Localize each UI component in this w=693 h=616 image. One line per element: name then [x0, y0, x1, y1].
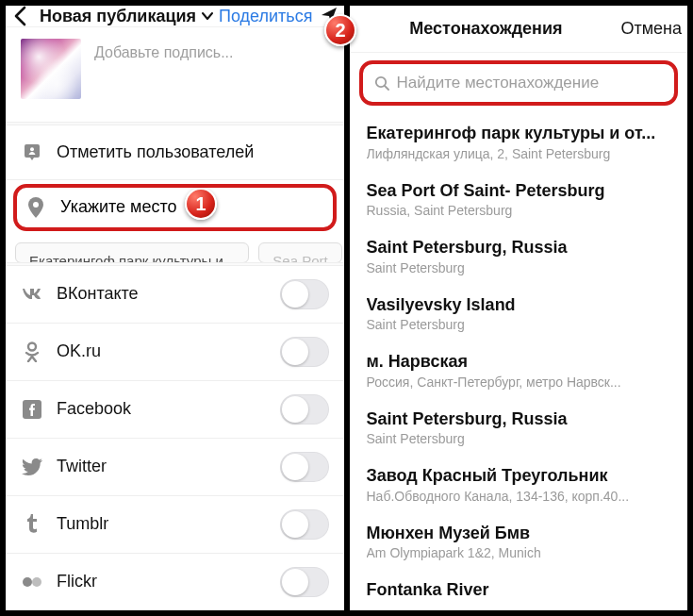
tag-people-label: Отметить пользователей — [57, 142, 329, 162]
location-item[interactable]: м. Нарвская Россия, Санкт-Петербург, мет… — [350, 341, 688, 399]
tumblr-icon — [21, 514, 43, 535]
search-placeholder: Найдите местонахождение — [397, 74, 600, 92]
social-label: OK.ru — [57, 341, 267, 361]
location-item[interactable]: Мюнхен Музей Бмв Am Olympiapark 1&2, Mun… — [350, 513, 688, 571]
right-phone: Местонахождения Отмена Найдите местонахо… — [350, 6, 688, 610]
toggle-tumblr[interactable] — [280, 509, 329, 540]
pin-icon — [25, 197, 47, 218]
social-row-flickr: Flickr — [6, 554, 344, 610]
left-header: Новая публикация Поделиться — [6, 6, 344, 27]
caption-input[interactable]: Добавьте подпись... — [94, 39, 234, 61]
location-name: Завод Красный Треугольник — [367, 465, 673, 487]
post-thumbnail[interactable] — [21, 39, 81, 99]
left-phone: Новая публикация Поделиться Добавьте под… — [6, 6, 344, 610]
tag-people-row[interactable]: Отметить пользователей — [6, 125, 344, 180]
location-suggestions: Екатерингоф парк культуры и... Sea Port — [6, 235, 344, 262]
header-title: Новая публикация — [40, 7, 196, 26]
location-chip[interactable]: Sea Port — [258, 242, 341, 262]
location-item[interactable]: Neva River — [350, 610, 688, 611]
right-header: Местонахождения Отмена — [350, 6, 688, 53]
social-label: Flickr — [57, 572, 267, 591]
twitter-icon — [21, 458, 43, 475]
location-sub: Россия, Санкт-Петербург, метро Нарвск... — [367, 375, 673, 390]
location-sub: Наб.Обводного Канала, 134-136, корп.40..… — [367, 489, 673, 504]
location-list[interactable]: Екатерингоф парк культуры и от... Лифлян… — [350, 113, 688, 610]
location-item[interactable]: Sea Port Of Saint- Petersburg Russia, Sa… — [350, 171, 688, 228]
toggle-flickr[interactable] — [280, 567, 329, 597]
location-item[interactable]: Екатерингоф парк культуры и от... Лифлян… — [350, 113, 688, 171]
location-item[interactable]: Fontanka River — [350, 570, 688, 610]
social-label: Tumblr — [57, 514, 267, 534]
social-label: Twitter — [57, 457, 267, 476]
svg-point-2 — [28, 342, 36, 350]
location-sub: Saint Petersburg — [367, 431, 673, 446]
person-tag-icon — [21, 142, 43, 161]
toggle-ok[interactable] — [280, 337, 329, 367]
location-item[interactable]: Saint Petersburg, Russia Saint Petersbur… — [350, 227, 688, 285]
location-sub: Лифляндская улица, 2, Saint Petersburg — [367, 146, 673, 161]
social-row-fb: Facebook — [6, 381, 344, 439]
toggle-fb[interactable] — [280, 394, 329, 425]
location-sub: Russia, Saint Petersburg — [367, 203, 673, 218]
cancel-button[interactable]: Отмена — [620, 19, 682, 39]
callout-badge-2: 2 — [324, 14, 356, 46]
location-sub: Saint Petersburg — [367, 260, 673, 275]
svg-point-4 — [23, 577, 32, 587]
ok-icon — [21, 341, 43, 362]
facebook-icon — [21, 400, 43, 419]
location-name: Мюнхен Музей Бмв — [367, 523, 673, 544]
social-share-list: ВКонтакте OK.ru Facebook — [6, 266, 344, 610]
location-sub: Am Olympiapark 1&2, Munich — [367, 545, 673, 560]
social-row-tumblr: Tumblr — [6, 496, 344, 554]
location-name: Екатерингоф парк культуры и от... — [367, 123, 673, 144]
location-sub: Saint Petersburg — [367, 317, 673, 332]
location-item[interactable]: Завод Красный Треугольник Наб.Обводного … — [350, 456, 688, 513]
location-chip[interactable]: Екатерингоф парк культуры и... — [15, 242, 249, 262]
location-name: Sea Port Of Saint- Petersburg — [367, 180, 673, 202]
share-button[interactable]: Поделиться — [219, 7, 312, 26]
location-name: Saint Petersburg, Russia — [367, 237, 673, 258]
svg-point-0 — [30, 148, 34, 152]
add-location-row[interactable]: Укажите место — [13, 184, 337, 231]
social-row-twitter: Twitter — [6, 439, 344, 496]
svg-point-1 — [33, 202, 39, 208]
location-name: м. Нарвская — [367, 351, 673, 373]
toggle-vk[interactable] — [280, 279, 329, 309]
back-icon[interactable] — [13, 6, 34, 26]
social-label: ВКонтакте — [57, 284, 267, 304]
search-input[interactable]: Найдите местонахождение — [371, 70, 668, 96]
location-name: Saint Petersburg, Russia — [367, 408, 673, 430]
social-row-vk: ВКонтакте — [6, 266, 344, 324]
search-icon — [374, 75, 389, 91]
location-item[interactable]: Vasilyevsky Island Saint Petersburg — [350, 285, 688, 342]
chevron-down-icon[interactable] — [202, 11, 213, 21]
callout-badge-1: 1 — [185, 188, 217, 220]
social-row-ok: OK.ru — [6, 324, 344, 381]
location-item[interactable]: Saint Petersburg, Russia Saint Petersbur… — [350, 399, 688, 457]
social-label: Facebook — [57, 399, 267, 419]
add-location-label: Укажите место — [60, 197, 177, 217]
search-wrap: Найдите местонахождение — [359, 60, 679, 106]
compose-row: Добавьте подпись... — [6, 27, 344, 122]
locations-title: Местонахождения — [357, 19, 616, 39]
flickr-icon — [21, 576, 43, 588]
toggle-twitter[interactable] — [280, 452, 329, 482]
vk-icon — [21, 288, 43, 301]
search-highlight: Найдите местонахождение — [359, 60, 679, 106]
svg-point-5 — [32, 577, 41, 587]
location-name: Fontanka River — [367, 579, 673, 601]
location-name: Vasilyevsky Island — [367, 294, 673, 316]
screenshot-frame: 1 2 Новая публикация Поделиться Добавьте… — [0, 0, 693, 616]
svg-line-7 — [385, 86, 388, 90]
